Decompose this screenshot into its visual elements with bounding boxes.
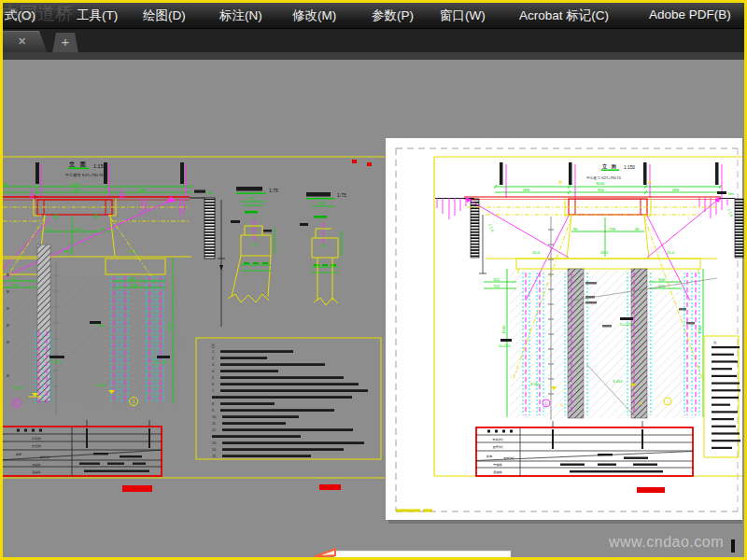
svg-text:150: 150 <box>318 201 326 205</box>
left-ground-ladder: 0m <box>190 190 225 328</box>
dim-label: 3040 <box>71 182 80 187</box>
svg-text:竖曲线: 竖曲线 <box>33 470 41 474</box>
svg-text:13.: 13. <box>212 441 217 445</box>
application-window: 式(O) 工具(T) 绘图(D) 标注(N) 修改(M) 参数(P) 窗口(W)… <box>0 0 747 560</box>
svg-text:90: 90 <box>573 227 578 231</box>
svg-text:坡度: 坡度 <box>15 453 21 456</box>
left-title-block: 立 面 1:150 中心桩号 K27+790.70 <box>65 161 106 177</box>
svg-text:688: 688 <box>672 188 680 192</box>
dim-label: 1500 <box>167 322 172 331</box>
svg-text:900: 900 <box>658 277 666 282</box>
dim-label: 90 <box>47 227 51 231</box>
svg-text:9.: 9. <box>212 409 215 413</box>
paper-page: 立 面 1:150 中心桩号 K27+790.70 3040 688 956 6… <box>386 138 743 524</box>
svg-text:7.: 7. <box>212 389 215 393</box>
svg-text:150: 150 <box>248 196 256 201</box>
notes-lines <box>712 346 740 449</box>
svg-text:3040: 3040 <box>596 181 605 186</box>
svg-text:D=120: D=120 <box>155 359 167 364</box>
svg-text:15.: 15. <box>212 455 217 458</box>
svg-text:580: 580 <box>129 276 136 281</box>
dim-label: 938 <box>138 188 146 192</box>
svg-text:738: 738 <box>11 283 19 287</box>
svg-text:A: A <box>560 403 563 408</box>
dim-label: 956 <box>73 188 80 192</box>
svg-text:3.450: 3.450 <box>13 385 23 390</box>
svg-text:D: D <box>544 401 547 406</box>
svg-text:3.450: 3.450 <box>530 382 541 386</box>
svg-text:标高(m): 标高(m) <box>491 438 502 441</box>
svg-text:6.: 6. <box>212 383 215 386</box>
svg-text:坡度: 坡度 <box>486 455 493 458</box>
cad-graphics: 中国道桥 立 面 1:150 中心桩号 K27+790.70 <box>0 0 747 560</box>
dim-label: 95 <box>4 182 8 187</box>
page-scale: 1:150 <box>624 165 635 170</box>
svg-text:坡长(m): 坡长(m) <box>39 455 50 459</box>
left-notes-box: 注 1. 2. 3. 4. 5. 6. 7. 8. 9. 10. 11. 12. <box>196 338 381 459</box>
ground-label: 0m <box>207 190 213 195</box>
notes-lines: 1. 2. 3. 4. 5. 6. 7. 8. 9. 10. 11. 12. 1… <box>212 350 368 458</box>
svg-text:D: D <box>15 401 19 406</box>
svg-text:150: 150 <box>493 277 500 282</box>
svg-text:D=120: D=120 <box>620 322 632 327</box>
left-title: 立 面 <box>68 161 88 168</box>
left-chainage: 中心桩号 K27+790.70 <box>65 173 104 177</box>
red-marker-bar <box>122 485 152 492</box>
bottom-overlays: www.cndao.com <box>315 534 735 558</box>
svg-text:D=120: D=120 <box>49 359 62 364</box>
text-cursor <box>731 539 735 553</box>
detail-view-2: 1:75 150 30 <box>300 192 346 305</box>
table-row-labels: 标高(m) 里程(m) 坡度 坡长(m) 平曲线 竖曲线 <box>15 437 49 474</box>
red-marker-bar <box>637 487 665 493</box>
svg-text:D=120: D=120 <box>499 343 511 348</box>
dim-label: 738 <box>75 227 82 231</box>
detail-scale: 1:75 <box>269 188 278 193</box>
svg-text:3.: 3. <box>212 363 215 367</box>
svg-text:2.: 2. <box>212 357 215 360</box>
svg-text:8.: 8. <box>212 402 215 406</box>
svg-text:20.4: 20.4 <box>532 250 541 255</box>
notes-title: 注 <box>211 343 216 348</box>
svg-text:10.: 10. <box>212 415 217 419</box>
svg-text:竖曲线: 竖曲线 <box>493 470 502 474</box>
svg-text:11.: 11. <box>212 422 217 426</box>
orange-cursor-icon <box>315 550 335 557</box>
left-drawing: 立 面 1:150 中心桩号 K27+790.70 95 3040 956 93… <box>0 157 385 492</box>
svg-text:730: 730 <box>131 283 138 287</box>
red-marker-bar <box>319 484 341 490</box>
svg-text:A: A <box>640 401 642 406</box>
svg-text:567: 567 <box>11 276 19 281</box>
section-mark: A <box>558 179 562 185</box>
svg-text:平曲线: 平曲线 <box>33 463 41 467</box>
svg-text:里程(m): 里程(m) <box>32 444 42 448</box>
left-cap-beam <box>3 190 190 221</box>
svg-text:50: 50 <box>252 243 257 247</box>
svg-text:30: 30 <box>321 244 326 248</box>
ground-label: 0m <box>728 191 734 196</box>
svg-text:平曲线: 平曲线 <box>493 463 502 467</box>
svg-text:里程(m): 里程(m) <box>492 445 502 449</box>
svg-text:2.450: 2.450 <box>96 383 106 387</box>
rotated-station-labels <box>35 162 186 197</box>
svg-text:720: 720 <box>493 284 500 288</box>
svg-text:1500: 1500 <box>698 325 702 334</box>
svg-text:14.: 14. <box>212 448 217 452</box>
left-substructure: 1500 567 738 580 730 3.450 2.450 <box>0 245 182 415</box>
svg-text:738: 738 <box>609 227 616 231</box>
svg-text:1: 1 <box>133 399 135 404</box>
bottom-white-strip <box>334 551 511 558</box>
watermark-top: 中国道桥 <box>2 4 73 23</box>
svg-text:3.450: 3.450 <box>613 379 623 384</box>
detail-view-1: 1:75 150 50 <box>228 187 278 302</box>
svg-text:坡长(m): 坡长(m) <box>502 456 514 460</box>
svg-text:956: 956 <box>598 188 605 192</box>
detail-scale: 1:75 <box>337 192 346 198</box>
svg-text:90: 90 <box>635 227 640 231</box>
svg-text:20.4: 20.4 <box>667 250 675 255</box>
svg-text:5.: 5. <box>212 376 215 380</box>
svg-text:688: 688 <box>523 188 530 192</box>
page-title: 立 面 <box>601 163 617 170</box>
svg-text:1500: 1500 <box>501 325 506 334</box>
dim-label: 20.5 <box>63 249 72 254</box>
svg-text:标高(m): 标高(m) <box>31 437 42 441</box>
